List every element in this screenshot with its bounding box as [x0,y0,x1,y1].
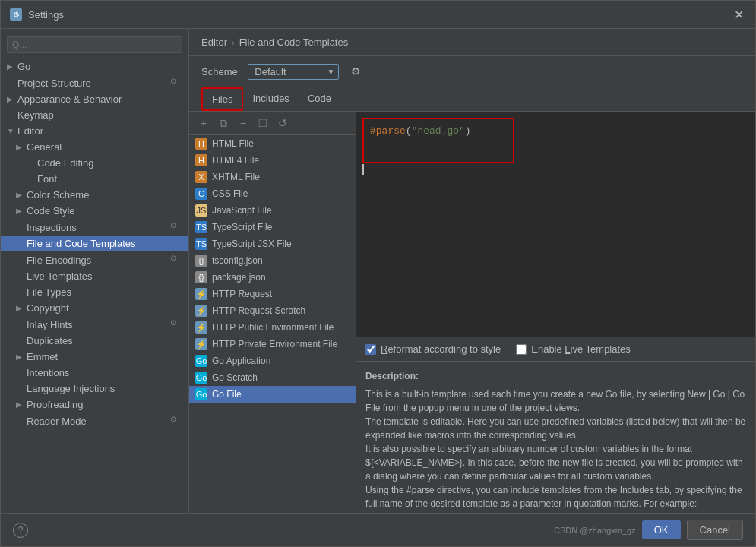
sidebar-item-copyright[interactable]: ▶ Copyright [1,300,188,316]
list-item[interactable]: {} tsconfig.json [189,252,356,269]
help-button[interactable]: ? [13,523,28,538]
code-editor-inner: #parse("head.go") [362,118,514,163]
list-item[interactable]: ⚡ HTTP Request Scratch [189,302,356,319]
tab-code[interactable]: Code [299,88,340,110]
search-input[interactable] [7,36,182,53]
file-item-label: package.json [212,272,266,283]
sidebar-item-project-structure[interactable]: Project Structure ⊙ [1,74,188,91]
tsx-file-icon: TS [195,238,207,250]
list-item[interactable]: C CSS File [189,185,356,202]
sidebar-item-appearance-label: Appearance & Behavior [17,93,182,105]
file-item-label: XHTML File [212,172,260,182]
list-item[interactable]: Go Go Application [189,353,356,369]
sidebar-item-file-types[interactable]: File Types [1,284,188,300]
sidebar-item-code-style[interactable]: ▶ Code Style [1,203,188,219]
live-templates-checkbox[interactable] [516,344,527,355]
go-app-icon: Go [195,355,207,367]
scheme-row: Scheme: Default Project ▼ ⚙ [189,56,755,87]
sidebar-item-inspections[interactable]: Inspections ⊙ [1,219,188,236]
sidebar-item-fe-label: File Encodings [27,255,170,266]
sidebar-item-general[interactable]: ▶ General [1,139,188,155]
scheme-select[interactable]: Default Project [248,64,339,80]
help-icon: ? [18,525,24,536]
description-panel: Description: This is a built-in template… [356,361,755,513]
list-item[interactable]: JS JavaScript File [189,202,356,219]
sidebar-item-color-scheme[interactable]: ▶ Color Scheme [1,187,188,203]
file-encodings-badge: ⊙ [170,254,182,266]
sidebar-item-color-scheme-label: Color Scheme [27,189,182,201]
sidebar-item-inspections-label: Inspections [27,222,170,233]
list-item[interactable]: X XHTML File [189,169,356,185]
file-item-label: HTML File [212,138,254,149]
sidebar-item-emmet[interactable]: ▶ Emmet [1,349,188,365]
reset-template-button[interactable]: ↺ [274,115,291,131]
list-item[interactable]: Go Go Scratch [189,369,356,386]
package-json-icon: {} [195,271,207,283]
sidebar-item-general-label: General [27,141,182,153]
scheme-gear-button[interactable]: ⚙ [346,62,365,81]
description-text: This is a built-in template used each ti… [365,387,746,513]
sidebar-item-keymap[interactable]: Keymap [1,107,188,123]
list-item[interactable]: {} package.json [189,269,356,286]
sidebar-item-appearance[interactable]: ▶ Appearance & Behavior [1,91,188,107]
file-item-label: tsconfig.json [212,255,263,266]
file-item-label: HTTP Request [212,289,272,299]
sidebar-item-duplicates[interactable]: Duplicates [1,333,188,349]
sidebar-item-intentions[interactable]: Intentions [1,365,188,381]
sidebar-item-ft-label: File Types [27,286,182,298]
cancel-button[interactable]: Cancel [687,520,743,540]
sidebar-item-editor[interactable]: ▼ Editor [1,123,188,139]
list-item[interactable]: TS TypeScript File [189,219,356,236]
sidebar-item-inlay-hints[interactable]: Inlay Hints ⊙ [1,316,188,333]
sidebar-item-font[interactable]: Font [1,171,188,187]
sidebar-item-go[interactable]: ▶ Go [1,58,188,74]
remove-template-button[interactable]: − [235,115,251,131]
sidebar-item-lt-label: Live Templates [27,270,182,282]
code-editor[interactable]: #parse("head.go") [356,112,755,337]
list-item[interactable]: H HTML4 File [189,152,356,169]
tab-includes[interactable]: Includes [243,88,298,110]
list-item[interactable]: ⚡ HTTP Private Environment File [189,336,356,353]
go-scratch-icon: Go [195,372,207,384]
tabs-row: Files Includes Code [189,87,755,112]
css-file-icon: C [195,188,207,200]
sidebar-item-reader-mode[interactable]: Reader Mode ⊙ [1,413,188,429]
sidebar-item-intentions-label: Intentions [27,367,182,378]
sidebar-item-code-editing[interactable]: Code Editing [1,155,188,171]
tab-files-label: Files [212,93,232,105]
breadcrumb-parent: Editor [201,36,227,48]
tab-files[interactable]: Files [201,87,243,111]
ok-button[interactable]: OK [642,520,681,539]
sidebar-item-proofread-label: Proofreading [27,399,182,410]
duplicate-template-button[interactable]: ❐ [255,115,271,131]
sidebar-item-li-label: Language Injections [27,383,182,394]
reformat-checkbox[interactable] [365,344,376,355]
sidebar-item-proofreading[interactable]: ▶ Proofreading [1,397,188,413]
reformat-option[interactable]: Reformat according to style [365,343,501,355]
sidebar-item-ps-label: Project Structure [17,77,170,89]
editor-arrow-icon: ▼ [7,127,17,135]
html4-file-icon: H [195,154,207,166]
code-string: "head.go" [412,125,465,137]
list-item[interactable]: H HTML File [189,135,356,152]
settings-window: ⚙ Settings ✕ ▶ Go Project Structure ⊙ [0,0,756,547]
list-item-go-file[interactable]: Go Go File [189,386,356,403]
tab-code-label: Code [308,93,331,104]
breadcrumb: Editor › File and Code Templates [189,29,755,56]
emmet-arrow-icon: ▶ [16,353,27,361]
reader-mode-badge: ⊙ [170,415,182,427]
add-template-button[interactable]: + [195,115,212,131]
file-list: + ⧉ − ❐ ↺ H HTML File H HTML4 File [189,112,356,513]
live-templates-option[interactable]: Enable Live Templates [516,343,631,355]
file-toolbar: + ⧉ − ❐ ↺ [189,112,356,135]
file-item-label: HTTP Request Scratch [212,305,305,316]
close-button[interactable]: ✕ [731,7,746,22]
list-item[interactable]: ⚡ HTTP Request [189,286,356,302]
sidebar-item-file-encodings[interactable]: File Encodings ⊙ [1,251,188,268]
list-item[interactable]: TS TypeScript JSX File [189,236,356,252]
sidebar-item-lang-injections[interactable]: Language Injections [1,381,188,397]
sidebar-item-file-code-templates[interactable]: File and Code Templates [1,236,188,251]
sidebar-item-live-templates[interactable]: Live Templates [1,268,188,284]
copy-template-button[interactable]: ⧉ [215,115,232,131]
list-item[interactable]: ⚡ HTTP Public Environment File [189,319,356,336]
